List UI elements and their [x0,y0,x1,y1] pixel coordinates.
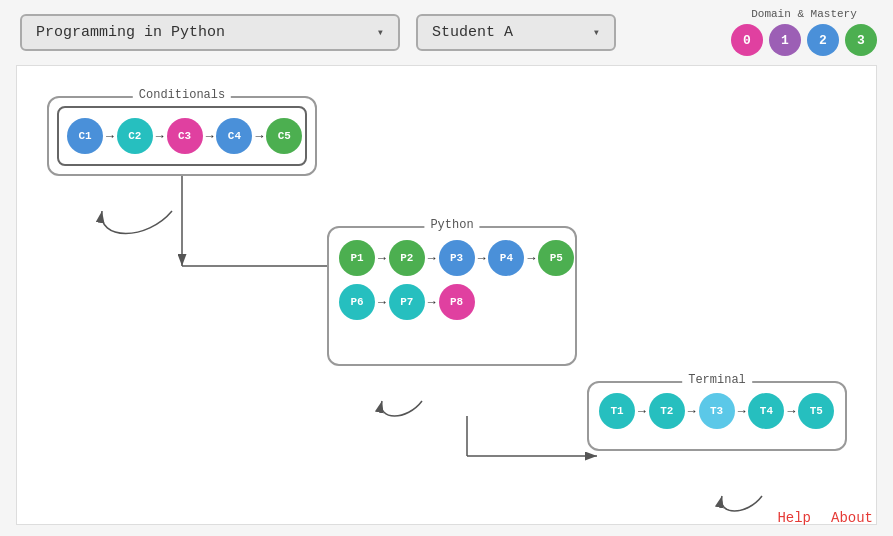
help-link[interactable]: Help [777,510,811,526]
student-dropdown-arrow: ▾ [593,25,600,40]
python-group: Python P1 → P2 → P3 → P4 → P5 P6 → P7 → … [327,226,577,366]
node-c1[interactable]: C1 [67,118,103,154]
node-p8[interactable]: P8 [439,284,475,320]
node-p5[interactable]: P5 [538,240,574,276]
node-t4[interactable]: T4 [748,393,784,429]
conditionals-label: Conditionals [133,88,231,102]
footer: Help About [757,500,893,536]
node-c2[interactable]: C2 [117,118,153,154]
mastery-level-0[interactable]: 0 [731,24,763,56]
about-link[interactable]: About [831,510,873,526]
python-label: Python [424,218,479,232]
node-c3[interactable]: C3 [167,118,203,154]
node-p6[interactable]: P6 [339,284,375,320]
course-dropdown[interactable]: Programming in Python ▾ [20,14,400,51]
mastery-level-1[interactable]: 1 [769,24,801,56]
header: Programming in Python ▾ Student A ▾ Doma… [0,0,893,65]
mastery-level-2[interactable]: 2 [807,24,839,56]
course-dropdown-arrow: ▾ [377,25,384,40]
conditionals-group: Conditionals C1 → C2 → C3 → C4 → C5 [47,96,317,176]
node-p2[interactable]: P2 [389,240,425,276]
node-p7[interactable]: P7 [389,284,425,320]
node-p4[interactable]: P4 [488,240,524,276]
terminal-group: Terminal T1 → T2 → T3 → T4 → T5 [587,381,847,451]
node-c4[interactable]: C4 [216,118,252,154]
node-p3[interactable]: P3 [439,240,475,276]
node-t3[interactable]: T3 [699,393,735,429]
mastery-level-3[interactable]: 3 [845,24,877,56]
mastery-circles: 0 1 2 3 [731,24,877,56]
conditionals-inner-box: C1 → C2 → C3 → C4 → C5 [57,106,307,166]
course-label: Programming in Python [36,24,225,41]
main-canvas: Conditionals C1 → C2 → C3 → C4 → C5 Pyth… [16,65,877,525]
domain-mastery-label: Domain & Mastery [751,8,857,20]
student-dropdown[interactable]: Student A ▾ [416,14,616,51]
terminal-label: Terminal [682,373,752,387]
domain-mastery-panel: Domain & Mastery 0 1 2 3 [731,8,877,56]
node-t5[interactable]: T5 [798,393,834,429]
node-t1[interactable]: T1 [599,393,635,429]
node-t2[interactable]: T2 [649,393,685,429]
student-label: Student A [432,24,513,41]
node-c5[interactable]: C5 [266,118,302,154]
node-p1[interactable]: P1 [339,240,375,276]
